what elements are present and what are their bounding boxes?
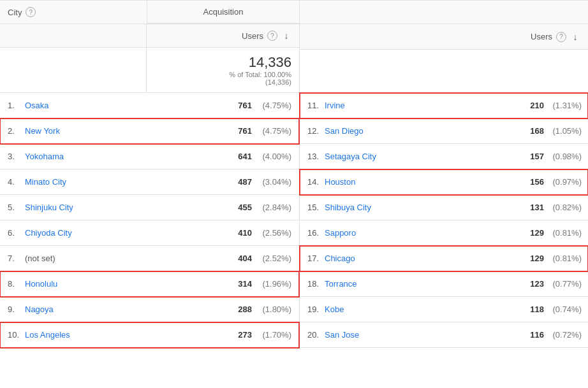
- row-number: 10.: [0, 325, 22, 345]
- right-total-row: [300, 50, 588, 93]
- row-number: 18.: [300, 274, 322, 294]
- table-row: 5.Shinjuku City455(2.84%): [0, 195, 299, 220]
- users-value: 157: [489, 147, 547, 166]
- users-value: 641: [191, 147, 254, 166]
- pct-value: (0.81%): [547, 223, 588, 243]
- table-row: 2.New York761(4.75%): [0, 119, 299, 144]
- users-value: 129: [489, 248, 547, 268]
- pct-value: (1.96%): [254, 274, 299, 294]
- table-row: 9.Nagoya288(1.80%): [0, 297, 299, 322]
- pct-value: (0.82%): [547, 198, 588, 217]
- total-percent-line2: (14,336): [154, 78, 291, 86]
- row-number: 14.: [300, 172, 322, 192]
- city-link[interactable]: San Jose: [322, 325, 489, 345]
- city-link[interactable]: Setagaya City: [322, 147, 489, 166]
- pct-value: (2.84%): [254, 198, 299, 217]
- city-link[interactable]: Nagoya: [22, 299, 191, 319]
- table-row: 12.San Diego168(1.05%): [300, 119, 588, 144]
- table-row: 3.Yokohama641(4.00%): [0, 144, 299, 169]
- right-sort-icon[interactable]: ↓: [570, 32, 580, 42]
- table-row: 10.Los Angeles273(1.70%): [0, 322, 299, 348]
- table-row: 19.Kobe118(0.74%): [300, 297, 588, 322]
- table-row: 8.Honolulu314(1.96%): [0, 271, 299, 297]
- row-number: 8.: [0, 274, 22, 294]
- pct-value: (0.74%): [547, 299, 588, 319]
- header-row-2: Users ? ↓: [0, 24, 299, 48]
- city-space: [0, 24, 147, 47]
- row-number: 12.: [300, 121, 322, 141]
- users-help-icon[interactable]: ?: [267, 31, 277, 41]
- pct-value: (0.81%): [547, 248, 588, 268]
- row-number: 16.: [300, 223, 322, 243]
- table-row: 18.Torrance123(0.77%): [300, 271, 588, 297]
- right-panel: Users ? ↓ 11.Irvine210(1.31%)12.San Dieg…: [300, 0, 588, 348]
- table-row: 15.Shibuya City131(0.82%): [300, 195, 588, 220]
- pct-value: (4.75%): [254, 96, 299, 115]
- pct-value: (0.72%): [547, 325, 588, 345]
- users-value: 123: [489, 274, 547, 294]
- city-label: City: [8, 8, 22, 17]
- users-value: 314: [191, 274, 254, 294]
- main-container: City ? Acquisition Users ? ↓ 14,336 % of…: [0, 0, 588, 348]
- row-number: 19.: [300, 299, 322, 319]
- city-link[interactable]: Houston: [322, 172, 489, 192]
- pct-value: (3.04%): [254, 172, 299, 192]
- city-link[interactable]: Irvine: [322, 96, 489, 115]
- right-header-1: [300, 0, 588, 24]
- table-row: 17.Chicago129(0.81%): [300, 246, 588, 271]
- users-value: 761: [191, 121, 254, 141]
- city-link[interactable]: Chicago: [322, 248, 489, 268]
- users-value: 156: [489, 172, 547, 192]
- city-link[interactable]: New York: [22, 121, 191, 141]
- table-row: 13.Setagaya City157(0.98%): [300, 144, 588, 169]
- pct-value: (1.80%): [254, 299, 299, 319]
- row-number: 20.: [300, 325, 322, 345]
- pct-value: (4.75%): [254, 121, 299, 141]
- row-number: 1.: [0, 96, 22, 115]
- row-number: 5.: [0, 198, 22, 217]
- pct-value: (4.00%): [254, 147, 299, 166]
- city-link[interactable]: San Diego: [322, 121, 489, 141]
- row-number: 13.: [300, 147, 322, 166]
- row-number: 11.: [300, 96, 322, 115]
- table-row: 4.Minato City487(3.04%): [0, 169, 299, 195]
- pct-value: (2.52%): [254, 248, 299, 268]
- city-help-icon[interactable]: ?: [26, 7, 36, 17]
- pct-value: (2.56%): [254, 223, 299, 243]
- right-users-help-icon[interactable]: ?: [556, 32, 566, 42]
- users-value: 273: [191, 325, 254, 345]
- users-value: 288: [191, 299, 254, 319]
- right-rows: 11.Irvine210(1.31%)12.San Diego168(1.05%…: [300, 93, 588, 348]
- table-row: 11.Irvine210(1.31%): [300, 93, 588, 119]
- city-link[interactable]: Shinjuku City: [22, 198, 191, 217]
- row-number: 9.: [0, 299, 22, 319]
- pct-value: (1.05%): [547, 121, 588, 141]
- users-value: 116: [489, 325, 547, 345]
- table-row: 1.Osaka761(4.75%): [0, 93, 299, 119]
- city-link[interactable]: Chiyoda City: [22, 223, 191, 243]
- city-link[interactable]: Honolulu: [22, 274, 191, 294]
- pct-value: (0.77%): [547, 274, 588, 294]
- row-number: 4.: [0, 172, 22, 192]
- city-link[interactable]: Kobe: [322, 299, 489, 319]
- city-link[interactable]: Minato City: [22, 172, 191, 192]
- users-value: 410: [191, 223, 254, 243]
- city-link[interactable]: Osaka: [22, 96, 191, 115]
- total-row: 14,336 % of Total: 100.00% (14,336): [0, 48, 299, 93]
- table-row: 20.San Jose116(0.72%): [300, 322, 588, 348]
- total-percent-line1: % of Total: 100.00%: [154, 71, 291, 78]
- city-link[interactable]: Shibuya City: [322, 198, 489, 217]
- city-link[interactable]: Los Angeles: [22, 325, 191, 345]
- pct-value: (1.70%): [254, 325, 299, 345]
- row-number: 6.: [0, 223, 22, 243]
- pct-value: (0.98%): [547, 147, 588, 166]
- sort-icon[interactable]: ↓: [281, 31, 291, 41]
- users-value: 131: [489, 198, 547, 217]
- city-link[interactable]: Sapporo: [322, 223, 489, 243]
- users-value: 118: [489, 299, 547, 319]
- users-value: 168: [489, 121, 547, 141]
- city-link[interactable]: Yokohama: [22, 147, 191, 166]
- row-number: 3.: [0, 147, 22, 166]
- city-link[interactable]: Torrance: [322, 274, 489, 294]
- city-link: (not set): [22, 248, 191, 268]
